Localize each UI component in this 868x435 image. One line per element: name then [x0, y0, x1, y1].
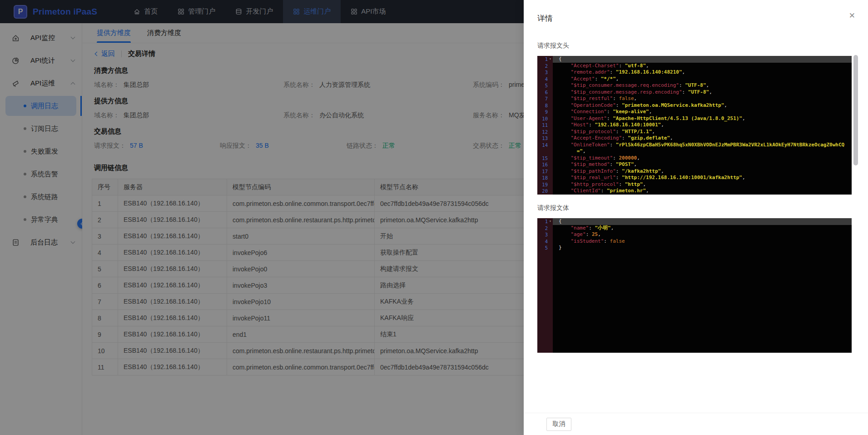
- code-text: "$tip_consumer.message.req.encoding": "U…: [553, 82, 852, 89]
- code-text: "$tip_real_url": "http://192.168.16.140:…: [553, 175, 852, 181]
- line-number: 14: [537, 142, 553, 149]
- code-line: 11 "Host": "192.168.16.140:10001",: [537, 122, 852, 129]
- line-number: 2: [537, 63, 553, 70]
- code-line: =",: [537, 148, 852, 155]
- line-number: 11: [537, 122, 553, 129]
- line-number: 20: [537, 188, 553, 195]
- code-line: 6 "$tip_consumer.message.resp.encoding":…: [537, 89, 852, 96]
- drawer-footer: 取消: [524, 413, 868, 435]
- code-text: "$tip_method": "POST",: [553, 161, 852, 168]
- code-line: 3 "age": 25,: [537, 231, 852, 238]
- drawer-title: 详情: [537, 14, 852, 24]
- code-line: 21 "Content-Length": "57": [537, 195, 852, 195]
- code-text: "Accept-Encoding": "gzip,deflate",: [553, 135, 852, 142]
- line-number: 2: [537, 225, 553, 232]
- code-line: 9 "Connection": "keep-alive",: [537, 109, 852, 115]
- code-line: 16 "$tip_method": "POST",: [537, 161, 852, 168]
- fold-arrow-icon: ▾: [548, 218, 553, 225]
- line-number: [537, 148, 553, 155]
- code-line: 5}: [537, 245, 852, 251]
- line-number: 16: [537, 161, 553, 168]
- code-text: }: [553, 245, 852, 251]
- code-line: 1▾{: [537, 56, 852, 63]
- line-number: 12: [537, 129, 553, 135]
- code-line: 5 "$tip_consumer.message.req.encoding": …: [537, 82, 852, 89]
- code-line: 12 "$tip_protocol": "HTTP/1.1",: [537, 129, 852, 135]
- code-text: "name": "小明",: [553, 225, 852, 232]
- request-body-editor[interactable]: 1▾{2 "name": "小明",3 "age": 25,4 "isStude…: [537, 218, 852, 353]
- code-text: "Accept": "*/*",: [553, 76, 852, 83]
- code-text: "$tip_protocol": "HTTP/1.1",: [553, 129, 852, 135]
- line-number: 9: [537, 109, 553, 115]
- code-text: "age": 25,: [553, 231, 852, 238]
- line-number: 13: [537, 135, 553, 142]
- fold-arrow-icon: ▾: [548, 56, 553, 63]
- code-text: "OperationCode": "primeton.oa.MQService.…: [553, 102, 852, 109]
- code-text: "User-Agent": "Apache-HttpClient/4.5.13 …: [553, 115, 852, 122]
- code-text: "OnlineToken": "rPlSk46zpCBaH5vPK68hq5xN…: [553, 142, 852, 149]
- request-header-editor[interactable]: 1▾{2 "Accept-Charset": "utf-8",3 "remote…: [537, 56, 852, 195]
- code-line: 2 "Accept-Charset": "utf-8",: [537, 63, 852, 70]
- code-line: 4 "Accept": "*/*",: [537, 76, 852, 83]
- code-text: "ClientId": "primeton.hr",: [553, 188, 852, 195]
- code-line: 14 "OnlineToken": "rPlSk46zpCBaH5vPK68hq…: [537, 142, 852, 149]
- cancel-button[interactable]: 取消: [546, 418, 571, 431]
- line-number: 18: [537, 175, 553, 181]
- code-text: "Accept-Charset": "utf-8",: [553, 63, 852, 70]
- line-number: 6: [537, 89, 553, 96]
- line-number: 3: [537, 231, 553, 238]
- code-text: "$tip_pathInfo": "/kafka2http",: [553, 168, 852, 175]
- line-number: 5: [537, 82, 553, 89]
- close-icon[interactable]: ✕: [849, 12, 855, 20]
- code-line: 1▾{: [537, 218, 852, 225]
- line-number: 3: [537, 69, 553, 76]
- code-text: "$http_protocol": "http",: [553, 181, 852, 188]
- code-text: "Content-Length": "57": [553, 195, 852, 195]
- code-line: 10 "User-Agent": "Apache-HttpClient/4.5.…: [537, 115, 852, 122]
- line-number: 10: [537, 115, 553, 122]
- code-line: 17 "$tip_pathInfo": "/kafka2http",: [537, 168, 852, 175]
- line-number: 7: [537, 95, 553, 102]
- code-text: "Connection": "keep-alive",: [553, 109, 852, 115]
- code-text: "isStudent": false: [553, 238, 852, 245]
- line-number: 21: [537, 195, 553, 195]
- line-number: 4: [537, 76, 553, 83]
- code-text: "Host": "192.168.16.140:10001",: [553, 122, 852, 129]
- code-text: "$tip_restful": false,: [553, 95, 852, 102]
- line-number: 19: [537, 181, 553, 188]
- line-number: 17: [537, 168, 553, 175]
- code-text: =",: [553, 148, 852, 155]
- code-line: 8 "OperationCode": "primeton.oa.MQServic…: [537, 102, 852, 109]
- code-text: "$tip_timeout": 200000,: [553, 155, 852, 162]
- line-number: 15: [537, 155, 553, 162]
- code-line: 13 "Accept-Encoding": "gzip,deflate",: [537, 135, 852, 142]
- detail-drawer: 详情 ✕ 请求报文头 1▾{2 "Accept-Charset": "utf-8…: [524, 0, 868, 435]
- code-line: 19 "$http_protocol": "http",: [537, 181, 852, 188]
- line-number: 1▾: [537, 56, 553, 63]
- code-line: 4 "isStudent": false: [537, 238, 852, 245]
- code-text: "remote.addr": "192.168.16.140:48210",: [553, 69, 852, 76]
- line-number: 5: [537, 245, 553, 251]
- code-line: 20 "ClientId": "primeton.hr",: [537, 188, 852, 195]
- code-line: 15 "$tip_timeout": 200000,: [537, 155, 852, 162]
- code-line: 18 "$tip_real_url": "http://192.168.16.1…: [537, 175, 852, 181]
- code-line: 2 "name": "小明",: [537, 225, 852, 232]
- line-number: 1▾: [537, 218, 553, 225]
- line-number: 4: [537, 238, 553, 245]
- line-number: 8: [537, 102, 553, 109]
- request-body-label: 请求报文体: [537, 204, 852, 212]
- code-text: "$tip_consumer.message.resp.encoding": "…: [553, 89, 852, 96]
- code-line: 7 "$tip_restful": false,: [537, 95, 852, 102]
- code-line: 3 "remote.addr": "192.168.16.140:48210",: [537, 69, 852, 76]
- request-header-label: 请求报文头: [537, 42, 852, 50]
- editor-scrollbar-thumb[interactable]: [853, 55, 858, 165]
- code-text: {: [553, 218, 852, 225]
- code-text: {: [553, 56, 852, 63]
